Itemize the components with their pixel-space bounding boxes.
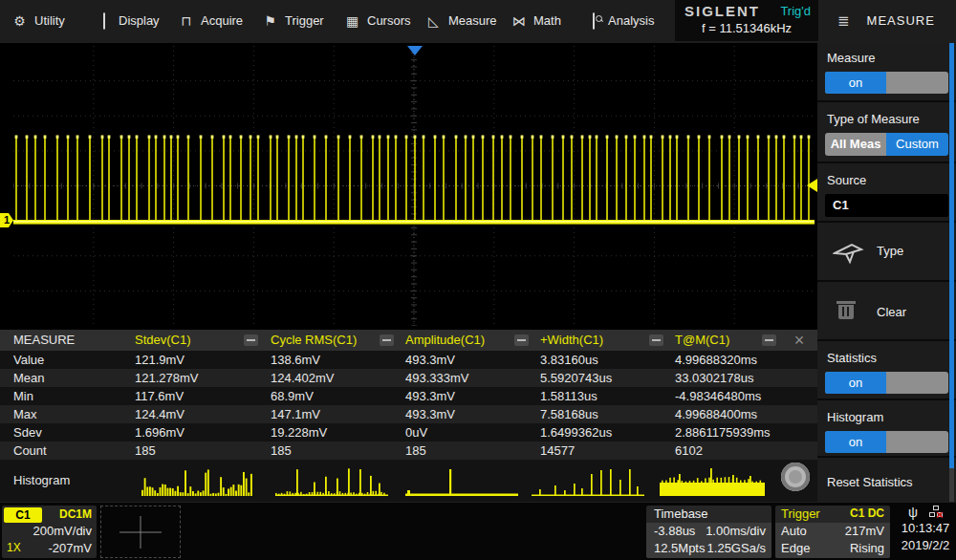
- table-row-value: Value 121.9mV 138.6mV 493.3mV 3.83160us …: [0, 351, 817, 369]
- trigger-values: Auto 217mV Edge Rising: [775, 523, 890, 558]
- remove-column-button[interactable]: [762, 334, 776, 346]
- sidebar-scrollbar[interactable]: [949, 43, 954, 468]
- brand-logo: SIGLENT: [684, 3, 760, 19]
- histogram-tatm: [658, 468, 771, 497]
- row-label: Count: [13, 443, 47, 458]
- oscilloscope-screen: ⚙ Utility Display ⊓ Acquire ⚑ Trigger ▦ …: [0, 0, 956, 560]
- clear-button-label: Clear: [877, 305, 906, 319]
- math-icon: ⋈: [511, 13, 527, 29]
- histogram-pluswidth: [532, 468, 644, 497]
- cell: 19.228mV: [271, 425, 327, 440]
- row-label: Sdev: [13, 425, 42, 440]
- cell: 493.3mV: [405, 407, 455, 421]
- custom-button[interactable]: Custom: [886, 133, 948, 156]
- clock-time: 10:13:47: [897, 521, 954, 535]
- clear-button[interactable]: Clear: [817, 284, 956, 341]
- network-disconnected-icon: ×: [936, 507, 944, 522]
- reset-statistics-label: Reset Statistics: [827, 475, 913, 489]
- table-header-row: MEASURE Stdev(C1) Cycle RMS(C1) Amplitud…: [0, 330, 817, 351]
- channel1-offset-marker[interactable]: 1: [0, 213, 13, 227]
- row-label: Mean: [13, 371, 45, 385]
- toggle-on-state: on: [825, 372, 886, 394]
- histogram-toggle-label: Histogram: [827, 410, 883, 424]
- row-label: Min: [13, 389, 33, 403]
- menu-measure[interactable]: ◺ Measure: [425, 0, 497, 41]
- graticule: [13, 46, 815, 326]
- timebase-samplerate: 1.25GSa/s: [707, 541, 766, 555]
- cell: 0uV: [405, 425, 427, 440]
- trigger-level-marker[interactable]: [807, 179, 817, 192]
- measure-toggle[interactable]: on: [825, 72, 948, 94]
- cell: 121.278mV: [135, 371, 199, 385]
- clock-date: 2019/2/2: [897, 538, 954, 552]
- table-row-count: Count 185 185 185 14577 6102: [0, 442, 817, 460]
- dialog-title-bar[interactable]: ≣ MEASURE: [818, 0, 956, 41]
- cell: 5.5920743us: [540, 371, 612, 385]
- menu-trigger[interactable]: ⚑ Trigger: [262, 0, 324, 41]
- measure-icon: ◺: [425, 13, 442, 29]
- section-source: Source C1: [817, 165, 956, 223]
- waveform-display: 1: [0, 43, 817, 330]
- cell: 6102: [675, 443, 703, 458]
- cell: 33.0302178us: [675, 371, 753, 385]
- channel1-probe: 1X: [7, 541, 21, 554]
- timebase-descriptor[interactable]: Timebase -3.88us 1.00ms/div 12.5Mpts 1.2…: [646, 506, 771, 558]
- menu-analysis[interactable]: Analysis: [585, 0, 654, 41]
- remove-column-button[interactable]: [649, 334, 663, 346]
- column-header[interactable]: T@M(C1): [675, 333, 729, 347]
- measure-type-segmented: All Meas Custom: [825, 133, 948, 156]
- cell: 3.83160us: [540, 353, 598, 367]
- cell: 147.1mV: [271, 407, 320, 421]
- menu-label: Trigger: [285, 13, 324, 28]
- network-icon: ×: [929, 506, 943, 517]
- channel1-descriptor[interactable]: C1 DC1M 200mV/div 1X -207mV: [2, 506, 97, 558]
- remove-column-button[interactable]: [514, 334, 529, 346]
- menu-label: Acquire: [201, 13, 243, 28]
- cell: 1.58113us: [540, 389, 598, 403]
- table-title: MEASURE: [13, 333, 75, 347]
- remove-column-button[interactable]: [380, 334, 394, 346]
- reset-statistics-button[interactable]: Reset Statistics: [817, 460, 956, 502]
- touch-gesture-indicator[interactable]: [781, 463, 810, 491]
- table-row-sdev: Sdev 1.696mV 19.228mV 0uV 1.6499362us 2.…: [0, 423, 817, 442]
- toggle-on-state: on: [825, 72, 886, 94]
- close-icon[interactable]: ×: [789, 331, 810, 350]
- histogram-toggle[interactable]: on: [825, 431, 948, 453]
- menu-acquire[interactable]: ⊓ Acquire: [178, 0, 243, 41]
- column-header[interactable]: +Width(C1): [540, 333, 603, 347]
- remove-column-button[interactable]: [244, 334, 258, 346]
- cursors-icon: ▦: [344, 13, 360, 29]
- menu-cursors[interactable]: ▦ Cursors: [344, 0, 411, 41]
- cell: 14577: [540, 443, 575, 458]
- menu-math[interactable]: ⋈ Math: [511, 0, 561, 41]
- channel1-offset: -207mV: [48, 541, 92, 555]
- trigger-mode: Auto: [781, 524, 807, 538]
- gear-icon: ⚙: [11, 13, 28, 29]
- timebase-values: -3.88us 1.00ms/div 12.5Mpts 1.25GSa/s: [646, 523, 771, 558]
- menu-utility[interactable]: ⚙ Utility: [11, 0, 65, 41]
- trigger-position-marker[interactable]: [407, 46, 423, 55]
- all-meas-button[interactable]: All Meas: [825, 133, 886, 156]
- type-button[interactable]: Type: [817, 225, 956, 282]
- table-row-max: Max 124.4mV 147.1mV 493.3mV 7.58168us 4.…: [0, 405, 817, 423]
- add-channel-slot[interactable]: [100, 506, 181, 558]
- statistics-toggle[interactable]: on: [825, 372, 948, 394]
- trigger-descriptor[interactable]: Trigger C1 DC Auto 217mV Edge Rising: [775, 506, 890, 558]
- column-header[interactable]: Amplitude(C1): [405, 333, 485, 347]
- source-select[interactable]: C1: [825, 194, 948, 217]
- trigger-source: C1 DC: [850, 506, 884, 520]
- table-row-min: Min 117.6mV 68.9mV 493.3mV 1.58113us -4.…: [0, 387, 817, 405]
- menu-label: Display: [119, 13, 160, 28]
- cell: 185: [405, 443, 426, 458]
- column-header[interactable]: Cycle RMS(C1): [271, 333, 357, 347]
- waveform-c1: [13, 46, 815, 326]
- menu-display[interactable]: Display: [96, 0, 160, 41]
- menu-label: Measure: [448, 13, 497, 28]
- cell: 4.99688320ms: [675, 353, 757, 367]
- analysis-icon: [585, 13, 601, 29]
- cell: 138.6mV: [271, 353, 320, 367]
- status-icons: ψ ×: [906, 505, 954, 520]
- cell: 4.99688400ms: [675, 407, 757, 421]
- bottom-status-bar: C1 DC1M 200mV/div 1X -207mV Timebase -3.…: [0, 502, 956, 560]
- column-header[interactable]: Stdev(C1): [135, 333, 191, 347]
